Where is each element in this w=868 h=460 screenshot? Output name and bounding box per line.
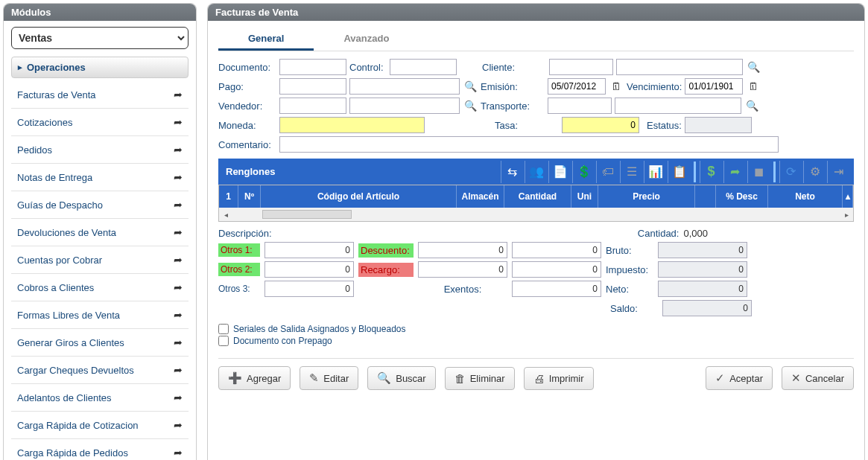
arrow-icon: ➦ xyxy=(174,199,183,211)
arrow-icon: ➦ xyxy=(174,281,183,293)
gear-icon[interactable]: ⚙ xyxy=(803,161,826,183)
list-icon[interactable]: ☰ xyxy=(620,161,642,183)
sidebar-item-label: Carga Rápida de Cotizacion xyxy=(17,420,139,431)
tab-advanced[interactable]: Avanzado xyxy=(314,28,419,51)
input-descuento-val[interactable] xyxy=(512,242,601,258)
input-tasa[interactable] xyxy=(562,117,639,133)
sidebar-item-9[interactable]: Generar Giros a Clientes➦ xyxy=(11,329,189,357)
checkbox-prepago[interactable] xyxy=(218,336,229,346)
scroll-right-icon[interactable]: ▸ xyxy=(840,208,853,220)
scroll-left-icon[interactable]: ◂ xyxy=(219,208,232,220)
input-exentos[interactable] xyxy=(512,281,601,297)
sidebar-item-0[interactable]: Facturas de Venta➦ xyxy=(11,81,189,109)
cancelar-button[interactable]: ✕Cancelar xyxy=(782,366,854,390)
col-1[interactable]: 1 xyxy=(219,185,238,208)
sidebar-item-11[interactable]: Adelantos de Clientes➦ xyxy=(11,384,189,412)
col-neto[interactable]: Neto xyxy=(768,185,843,208)
input-neto xyxy=(658,281,747,297)
sidebar-item-1[interactable]: Cotizaciones➦ xyxy=(11,109,189,136)
input-vendedor-code[interactable] xyxy=(279,98,346,114)
aceptar-button[interactable]: ✓Aceptar xyxy=(706,366,773,390)
col-precio[interactable]: Precio xyxy=(598,185,695,208)
imprimir-button[interactable]: 🖨Imprimir xyxy=(524,367,594,390)
input-vencimiento[interactable] xyxy=(685,78,743,95)
label-cantidad: Cantidad: xyxy=(638,228,679,239)
input-descuento-pct[interactable] xyxy=(418,242,507,258)
col-no[interactable]: Nº xyxy=(238,185,261,208)
sidebar-item-8[interactable]: Formas Libres de Venta➦ xyxy=(11,301,189,329)
agregar-button[interactable]: ➕Agregar xyxy=(218,366,291,390)
sidebar-item-label: Cargar Cheques Devueltos xyxy=(17,365,134,376)
input-moneda[interactable] xyxy=(279,117,425,133)
input-emision[interactable] xyxy=(548,78,606,95)
refresh-icon[interactable]: ⟳ xyxy=(779,161,802,183)
input-otros1[interactable] xyxy=(264,242,354,258)
input-recargo-pct[interactable] xyxy=(418,261,507,278)
arrow-icon: ➦ xyxy=(174,254,183,266)
col-codigo[interactable]: Código del Artículo xyxy=(261,185,457,208)
input-vendedor-name[interactable] xyxy=(349,98,460,114)
edit-icon: ✎ xyxy=(309,371,319,385)
nav-arrows-icon[interactable]: ⇆ xyxy=(501,161,523,183)
input-otros3[interactable] xyxy=(264,281,354,297)
doc-icon[interactable]: 📄 xyxy=(548,161,571,183)
input-saldo xyxy=(662,300,752,316)
module-select[interactable]: Ventas xyxy=(13,28,187,48)
buscar-button[interactable]: 🔍Buscar xyxy=(367,366,435,390)
arrow-icon: ➦ xyxy=(174,171,183,183)
input-cliente-name[interactable] xyxy=(616,59,743,75)
table-h-scrollbar[interactable]: ◂ ▸ xyxy=(219,208,853,221)
box-icon[interactable]: ◼ xyxy=(747,161,770,183)
input-transporte-code[interactable] xyxy=(548,98,612,114)
input-control[interactable] xyxy=(390,59,457,75)
accordion-operaciones[interactable]: ▸ Operaciones xyxy=(11,57,189,78)
calendar-emision-icon[interactable]: 🗓 xyxy=(609,79,624,94)
users-icon[interactable]: 👥 xyxy=(525,161,547,183)
sidebar-item-2[interactable]: Pedidos➦ xyxy=(11,136,189,164)
dollar-icon[interactable]: $ xyxy=(700,161,722,183)
module-select-wrap: Ventas xyxy=(11,27,189,49)
input-documento[interactable] xyxy=(279,59,346,75)
columns-icon[interactable]: 📊 xyxy=(644,161,666,183)
trash-icon: 🗑 xyxy=(454,372,466,385)
input-transporte-name[interactable] xyxy=(615,98,741,114)
col-blank[interactable] xyxy=(695,185,716,208)
search-cliente-icon[interactable]: 🔍 xyxy=(746,60,761,74)
label-otros3: Otros 3: xyxy=(218,284,260,294)
sidebar-item-5[interactable]: Devoluciones de Venta➦ xyxy=(11,219,189,246)
calendar-vencimiento-icon[interactable]: 🗓 xyxy=(746,79,761,94)
input-cliente-code[interactable] xyxy=(549,59,613,75)
col-cantidad[interactable]: Cantidad xyxy=(504,185,571,208)
tag-icon[interactable]: 🏷 xyxy=(596,161,618,183)
sidebar-item-4[interactable]: Guías de Despacho➦ xyxy=(11,191,189,219)
editar-button[interactable]: ✎Editar xyxy=(300,366,358,390)
sidebar-item-10[interactable]: Cargar Cheques Devueltos➦ xyxy=(11,357,189,384)
sidebar-item-12[interactable]: Carga Rápida de Cotizacion➦ xyxy=(11,412,189,439)
arrow-icon: ➦ xyxy=(174,89,183,100)
input-comentario[interactable] xyxy=(279,136,779,153)
search-transporte-icon[interactable]: 🔍 xyxy=(744,98,759,113)
sidebar-item-13[interactable]: Carga Rápida de Pedidos➦ xyxy=(11,439,189,460)
col-desc[interactable]: % Desc xyxy=(716,185,768,208)
arrow-icon: ➦ xyxy=(174,364,183,376)
input-pago-name[interactable] xyxy=(349,78,460,95)
sidebar-item-7[interactable]: Cobros a Clientes➦ xyxy=(11,274,189,301)
col-almacen[interactable]: Almacén xyxy=(457,185,504,208)
search-pago-icon[interactable]: 🔍 xyxy=(463,79,478,94)
sidebar-item-6[interactable]: Cuentas por Cobrar➦ xyxy=(11,246,189,274)
export-icon[interactable]: ⇥ xyxy=(827,161,849,183)
label-control: Control: xyxy=(349,62,387,73)
input-otros2[interactable] xyxy=(264,261,354,278)
tab-general[interactable]: General xyxy=(218,28,314,51)
page-icon[interactable]: 📋 xyxy=(668,161,690,183)
checkbox-seriales[interactable] xyxy=(218,324,229,334)
eliminar-button[interactable]: 🗑Eliminar xyxy=(445,367,515,390)
col-uni[interactable]: Uni xyxy=(571,185,598,208)
input-recargo-val[interactable] xyxy=(512,261,601,278)
input-pago-code[interactable] xyxy=(279,78,346,95)
search-vendedor-icon[interactable]: 🔍 xyxy=(463,98,478,113)
scroll-thumb[interactable] xyxy=(262,210,352,219)
share-icon[interactable]: ➦ xyxy=(723,161,746,183)
money-icon[interactable]: 💲 xyxy=(572,161,595,183)
sidebar-item-3[interactable]: Notas de Entrega➦ xyxy=(11,164,189,191)
